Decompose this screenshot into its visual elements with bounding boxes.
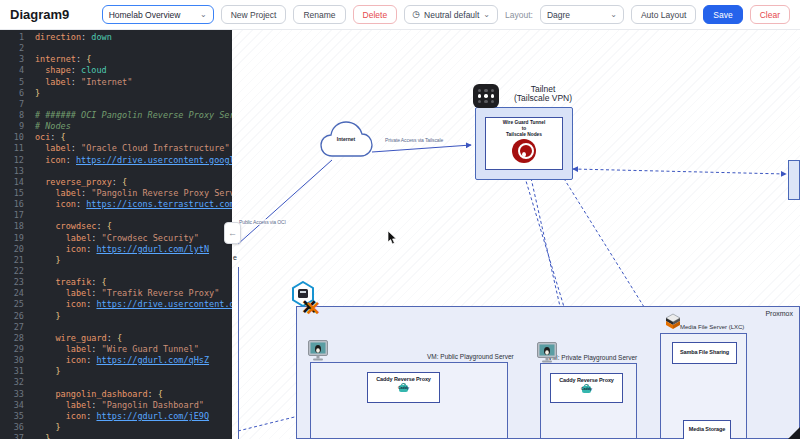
code-line: 16 icon: https://icons.terrastruct.com/a…: [0, 199, 232, 210]
rename-button[interactable]: Rename: [293, 5, 345, 24]
code-line: 9# Nodes: [0, 121, 232, 132]
caddy-logo-icon: Caddy: [580, 384, 593, 394]
code-line: 3internet: {: [0, 54, 232, 65]
layout-select[interactable]: Dagre ⌄: [540, 5, 624, 24]
code-line: 28 wire_guard: {: [0, 333, 232, 344]
mouse-cursor: [387, 230, 399, 246]
lxc-logo-icon: [662, 311, 684, 331]
code-line: 15 label: "Pangolin Reverse Proxy Server…: [0, 188, 232, 199]
edge-label-private-access: Private Access via Tailscale: [384, 137, 444, 143]
code-line: 31 }: [0, 366, 232, 377]
tailscale-logo-icon: [473, 84, 499, 108]
code-line: 33 pangolin_dashboard: {: [0, 389, 232, 400]
caddy-public-node[interactable]: Caddy Reverse Proxy Caddy: [367, 372, 440, 403]
code-line: 25 icon: https://drive.usercontent.googl…: [0, 299, 232, 310]
code-line: 26 }: [0, 311, 232, 322]
code-line: 30 icon: https://gdurl.com/qHsZ: [0, 355, 232, 366]
internet-cloud-node[interactable]: [318, 116, 374, 168]
code-line: 32: [0, 377, 232, 388]
code-line: 8# ###### OCI Pangolin Reverse Proxy Ser…: [0, 110, 232, 121]
code-line: 7: [0, 99, 232, 110]
edge-label-public-access: Public Access via OCI: [238, 219, 287, 225]
code-line: 24 label: "Treafik Reverse Proxy": [0, 288, 232, 299]
code-line: 18 crowdsec: {: [0, 221, 232, 232]
code-line: 37 }: [0, 433, 232, 439]
code-line: 11 label: "Oracle Cloud Infrastructure": [0, 143, 232, 154]
new-project-button[interactable]: New Project: [221, 5, 287, 24]
layout-select-value: Dagre: [547, 10, 570, 20]
toolbar: Diagram9 Homelab Overview ⌄ New Project …: [0, 0, 800, 30]
code-line: 1direction: down: [0, 32, 232, 43]
code-line: 34 label: "Pangolin Dashboard": [0, 400, 232, 411]
app-title: Diagram9: [10, 7, 69, 22]
chevron-down-icon: ⌄: [610, 11, 617, 19]
theme-select[interactable]: ◷ Neutral default ⌄: [404, 5, 498, 24]
code-line: 23 treafik: {: [0, 277, 232, 288]
auto-layout-button[interactable]: Auto Layout: [631, 5, 696, 24]
media-storage-node[interactable]: Media Storage: [683, 420, 731, 439]
chevron-down-icon: ⌄: [200, 11, 207, 19]
proxmox-label: Proxmox: [765, 310, 793, 317]
oci-container-edge: [238, 267, 239, 439]
code-line: 14 reverse_proxy: {: [0, 177, 232, 188]
media-lxc-label: Media File Server (LXC): [680, 324, 744, 330]
internet-cloud-label: Internet: [318, 136, 374, 142]
diagram-canvas[interactable]: e Public Access via OCI Internet Private…: [232, 30, 800, 439]
oci-container-label: e: [233, 254, 237, 261]
code-line: 29 label: "Wire Guard Tunnel": [0, 344, 232, 355]
code-line: 21 }: [0, 255, 232, 266]
code-line: 19 label: "Crowdsec Security": [0, 233, 232, 244]
layout-label: Layout:: [505, 10, 533, 20]
code-line: 13: [0, 166, 232, 177]
collapse-editor-button[interactable]: ←: [224, 222, 241, 244]
clock-icon: ◷: [412, 10, 420, 19]
code-line: 22: [0, 266, 232, 277]
vm-public-label: VM: Public Playground Server: [427, 353, 514, 360]
code-line: 20 icon: https://gdurl.com/lytN: [0, 244, 232, 255]
delete-button[interactable]: Delete: [353, 5, 398, 24]
offscreen-right-node[interactable]: [788, 160, 800, 200]
theme-select-value: Neutral default: [424, 10, 479, 20]
code-line: 10oci: {: [0, 132, 232, 143]
proxmox-logo-icon: ✕✕: [291, 281, 329, 323]
wireguard-tunnel-node[interactable]: Wire Guard Tunnel to Tailscale Nodes: [485, 117, 563, 170]
linux-vm-icon: [537, 342, 557, 364]
code-line: 36 }: [0, 422, 232, 433]
chevron-down-icon: ⌄: [483, 11, 490, 19]
code-line: 4 shape: cloud: [0, 65, 232, 76]
code-editor[interactable]: 1direction: down23internet: {4 shape: cl…: [0, 30, 232, 439]
code-line: 6}: [0, 88, 232, 99]
code-line: 27: [0, 322, 232, 333]
code-line: 35 icon: https://gdurl.com/jE9Q: [0, 411, 232, 422]
code-line: 17: [0, 210, 232, 221]
samba-node[interactable]: Samba File Sharing: [672, 342, 737, 364]
project-select-value: Homelab Overview: [109, 10, 181, 20]
code-line: 2: [0, 43, 232, 54]
linux-vm-icon: [308, 340, 328, 362]
vm-private-label: VM: Private Playground Server: [548, 354, 637, 361]
code-line: 12 icon: https://drive.usercontent.googl…: [0, 155, 232, 166]
caddy-private-node[interactable]: Caddy Reverse Proxy Caddy: [550, 373, 623, 403]
tailnet-title: Tailnet (Tailscale VPN): [488, 85, 598, 104]
caddy-logo-icon: Caddy: [397, 383, 410, 393]
arrow-left-icon: ←: [228, 228, 237, 238]
project-select[interactable]: Homelab Overview ⌄: [102, 5, 214, 24]
wireguard-logo-icon: [512, 139, 536, 163]
code-line: 5 label: "Internet": [0, 77, 232, 88]
clear-button[interactable]: Clear: [750, 5, 790, 24]
save-button[interactable]: Save: [703, 5, 742, 24]
